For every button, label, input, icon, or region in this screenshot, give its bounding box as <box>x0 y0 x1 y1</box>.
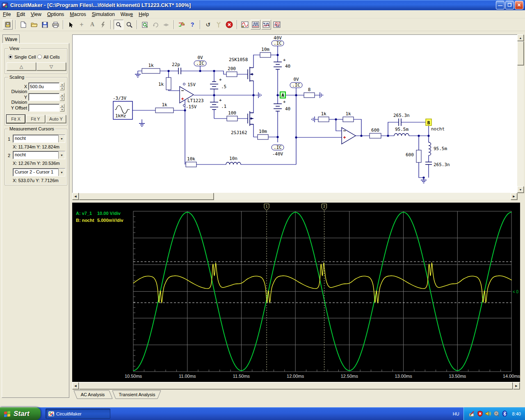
arrow-tool-button[interactable] <box>66 20 76 30</box>
fit-x-button[interactable]: Fit X <box>7 115 25 123</box>
stop-simulation-button[interactable] <box>224 20 234 30</box>
taskbar-clock[interactable]: 8:40 <box>512 411 521 416</box>
probe-tool-button[interactable] <box>114 20 123 30</box>
scroll-down-icon[interactable]: ▼ <box>517 186 524 193</box>
menu-view[interactable]: View <box>28 11 44 18</box>
wrench-button[interactable] <box>214 20 224 30</box>
scope-digital-button[interactable] <box>251 20 260 30</box>
x-tick-label: 11.50ms <box>233 374 250 379</box>
radio-all-cells[interactable] <box>37 55 42 59</box>
y-division-spinner[interactable]: ▲▼ <box>60 93 64 101</box>
app-icon <box>2 2 8 9</box>
print-button[interactable] <box>50 20 60 30</box>
schematic-hscrollbar[interactable]: ◀ ▶ <box>72 193 517 200</box>
scroll-left-icon[interactable]: ◀ <box>72 382 79 389</box>
scroll-right-icon[interactable]: ▶ <box>511 193 517 200</box>
y-division-input[interactable] <box>28 93 59 101</box>
menu-edit[interactable]: Edit <box>14 11 28 18</box>
scope-analog-button[interactable] <box>261 20 271 30</box>
cell-up-button[interactable]: △ <box>7 62 36 71</box>
schematic-vscrollbar[interactable]: ▲ ▼ <box>517 34 524 193</box>
schematic-canvas[interactable]: 1k 22p 0V .IC 1k 15V -15V LT1223 -3/3V 1… <box>72 34 517 193</box>
help-icon: ? <box>191 21 194 28</box>
x-division-input[interactable] <box>28 82 59 90</box>
menu-options[interactable]: Options <box>44 11 67 18</box>
opamp-2[interactable] <box>342 128 356 144</box>
toolbar-separator <box>15 20 16 29</box>
chevron-down-icon[interactable]: ▼ <box>58 169 65 176</box>
flip-button[interactable]: ◀▶ <box>161 20 171 30</box>
reset-button[interactable]: ↺ <box>203 20 213 30</box>
y-offset-spinner[interactable]: ▲▼ <box>60 104 64 112</box>
close-button[interactable]: ✕ <box>515 1 523 9</box>
mosfet-2sk1058[interactable] <box>248 67 253 82</box>
windows-logo-icon <box>3 410 11 418</box>
wave-panel-tab[interactable]: Wave <box>2 34 20 43</box>
y-offset-input[interactable] <box>28 104 59 112</box>
waveform-hscrollbar[interactable]: ◀ ▶ <box>72 382 520 390</box>
new-file-button[interactable] <box>18 20 28 30</box>
cursor2-select[interactable]: nocht▼ <box>13 151 65 159</box>
scroll-left-icon[interactable]: ◀ <box>72 193 79 200</box>
svg-text:0V: 0V <box>197 55 203 60</box>
svg-text:1: 1 <box>266 204 268 208</box>
parts-browser-button[interactable] <box>3 20 13 30</box>
help-button[interactable]: ? <box>187 20 197 30</box>
text-tool-button[interactable]: A <box>87 20 97 30</box>
scroll-right-icon[interactable]: ▶ <box>513 382 520 389</box>
toolbar-separator <box>137 20 137 29</box>
wire-tool-button[interactable]: + <box>77 20 87 30</box>
cursor1-select[interactable]: nocht▼ <box>13 135 65 143</box>
zoom-window-button[interactable] <box>140 20 150 30</box>
inductors[interactable] <box>226 134 431 165</box>
menu-wave[interactable]: Wave <box>118 11 136 18</box>
bluetooth-icon[interactable] <box>502 411 508 417</box>
stop-icon <box>226 21 233 28</box>
save-button[interactable] <box>40 20 50 30</box>
menu-help[interactable]: Help <box>136 11 152 18</box>
x-division-spinner[interactable]: ▲▼ <box>60 82 64 90</box>
radio-single-cell[interactable] <box>8 55 13 59</box>
open-file-button[interactable] <box>29 20 39 30</box>
cursor-diff-select[interactable]: Cursor 2 - Cursor 1▼ <box>13 168 65 176</box>
printer-icon <box>52 22 59 28</box>
chevron-down-icon[interactable]: ▼ <box>58 151 65 159</box>
search-tool-button[interactable] <box>124 20 134 30</box>
trace-b <box>133 263 512 303</box>
svg-text:40: 40 <box>285 106 290 112</box>
language-indicator[interactable]: HU <box>449 410 463 418</box>
volume-icon[interactable] <box>485 411 492 417</box>
new-file-icon <box>21 21 26 28</box>
menu-macros[interactable]: Macros <box>67 11 89 18</box>
svg-text:200: 200 <box>228 66 236 71</box>
step-wave-icon <box>273 21 281 28</box>
scope-mixed-button[interactable] <box>272 20 282 30</box>
edit-wires-button[interactable] <box>177 20 187 30</box>
wires-icon <box>178 21 185 28</box>
cell-down-button[interactable]: ▽ <box>37 62 66 71</box>
restore-button[interactable]: ❐ <box>505 1 514 9</box>
menu-bar: File Edit View Options Macros Simulation… <box>0 10 525 18</box>
scroll-up-icon[interactable]: ▲ <box>517 34 524 41</box>
taskbar-task-circuitmaker[interactable]: CircuitMaker <box>46 409 110 419</box>
fit-y-button[interactable]: Fit Y <box>26 115 45 123</box>
start-button[interactable]: Start <box>0 407 41 420</box>
svg-text:+: + <box>219 98 222 103</box>
tablet-pen-icon[interactable] <box>469 411 475 417</box>
svg-text:600: 600 <box>406 152 414 158</box>
mosfet-2sj162[interactable] <box>248 111 253 126</box>
svg-text:100: 100 <box>228 110 236 116</box>
scope-new-button[interactable] <box>240 20 250 30</box>
minimize-button[interactable]: — <box>496 1 504 9</box>
digital-wave-icon <box>252 21 259 28</box>
sound-device-icon[interactable] <box>493 411 500 417</box>
menu-file[interactable]: File <box>0 11 14 18</box>
waveform-plot[interactable]: 1210.50ms11.00ms11.50ms12.00ms12.50ms13.… <box>72 203 520 382</box>
rotate-button[interactable] <box>151 20 160 30</box>
menu-simulation[interactable]: Simulation <box>89 11 118 18</box>
svg-text:40: 40 <box>285 64 290 69</box>
delete-tool-button[interactable] <box>98 20 108 30</box>
auto-y-button[interactable]: Auto Y <box>46 115 66 123</box>
security-shield-icon[interactable] <box>477 411 484 417</box>
chevron-down-icon[interactable]: ▼ <box>58 135 65 142</box>
